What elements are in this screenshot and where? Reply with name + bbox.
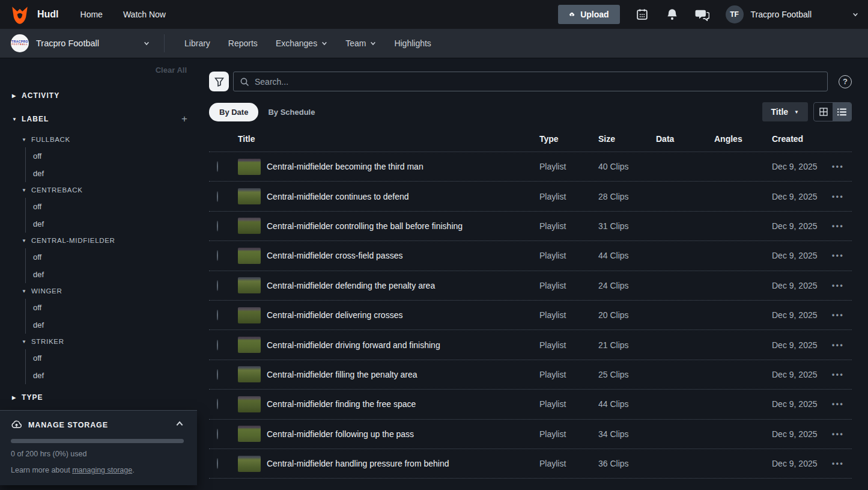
account-avatar[interactable]: TF xyxy=(726,5,744,23)
label-item-def[interactable]: def xyxy=(33,316,200,334)
playlist-thumbnail[interactable] xyxy=(238,277,261,293)
sidebar-section-label[interactable]: ▼ LABEL + xyxy=(0,106,200,132)
row-checkbox[interactable] xyxy=(217,399,218,409)
upload-button[interactable]: Upload xyxy=(558,5,619,24)
help-button[interactable]: ? xyxy=(839,75,852,88)
row-checkbox[interactable] xyxy=(217,191,218,202)
grid-view-button[interactable] xyxy=(814,103,833,121)
row-actions-menu-button[interactable]: ••• xyxy=(832,251,852,260)
playlist-title[interactable]: Central-midfielder driving forward and f… xyxy=(267,340,539,350)
row-checkbox[interactable] xyxy=(217,429,218,439)
playlist-title[interactable]: Central-midfielder cross-field passes xyxy=(267,251,539,260)
label-group-header[interactable]: ▼ CENTRAL-MIDFIELDER xyxy=(22,233,200,248)
row-actions-menu-button[interactable]: ••• xyxy=(832,162,852,171)
row-checkbox[interactable] xyxy=(217,340,218,351)
nav-home[interactable]: Home xyxy=(80,10,103,19)
label-group-header[interactable]: ▼ STRIKER xyxy=(22,334,200,349)
row-actions-menu-button[interactable]: ••• xyxy=(832,400,852,408)
nav-exchanges-label: Exchanges xyxy=(276,38,317,48)
label-item-def[interactable]: def xyxy=(33,215,200,233)
label-item-off[interactable]: off xyxy=(33,147,200,165)
playlist-thumbnail[interactable] xyxy=(238,366,261,382)
nav-reports[interactable]: Reports xyxy=(228,38,258,48)
funnel-icon xyxy=(214,77,224,87)
row-checkbox[interactable] xyxy=(217,310,218,320)
collapse-chevron-up-icon[interactable] xyxy=(175,420,184,430)
row-checkbox[interactable] xyxy=(217,161,218,172)
column-header-size[interactable]: Size xyxy=(598,134,656,144)
nav-highlights[interactable]: Highlights xyxy=(394,38,431,48)
nav-watch-now[interactable]: Watch Now xyxy=(123,10,166,19)
label-group-header[interactable]: ▼ CENTREBACK xyxy=(22,182,200,198)
tab-by-date[interactable]: By Date xyxy=(209,103,258,121)
sidebar-section-activity[interactable]: ▶ ACTIVITY xyxy=(0,85,200,106)
column-header-title[interactable]: Title xyxy=(238,134,539,144)
playlist-thumbnail[interactable] xyxy=(238,456,261,472)
brand-name[interactable]: Hudl xyxy=(37,9,59,20)
team-logo[interactable]: TRACPRO FOOTBALL xyxy=(11,34,29,52)
nav-team[interactable]: Team xyxy=(345,38,376,48)
search-input[interactable] xyxy=(255,77,821,87)
playlist-title[interactable]: Central-midfielder delivering crosses xyxy=(267,310,539,320)
playlist-title[interactable]: Central-midfielder finding the free spac… xyxy=(267,399,539,409)
account-chevron-down-icon[interactable] xyxy=(852,9,858,20)
playlist-title[interactable]: Central-midfielder controlling the ball … xyxy=(267,221,539,231)
playlist-thumbnail[interactable] xyxy=(238,396,261,412)
tab-by-schedule[interactable]: By Schedule xyxy=(268,108,315,117)
row-checkbox[interactable] xyxy=(217,458,218,469)
managing-storage-link[interactable]: managing storage xyxy=(72,466,132,474)
row-checkbox[interactable] xyxy=(217,369,218,380)
hudl-logo-icon[interactable] xyxy=(10,4,30,25)
playlist-thumbnail[interactable] xyxy=(238,159,261,175)
team-chevron-down-icon[interactable] xyxy=(144,38,150,49)
playlist-created: Dec 9, 2025 xyxy=(772,399,832,409)
clear-all-button[interactable]: Clear All xyxy=(156,66,187,75)
playlist-thumbnail[interactable] xyxy=(238,426,261,442)
playlist-thumbnail[interactable] xyxy=(238,307,261,323)
label-item-off[interactable]: off xyxy=(33,349,200,367)
messages-icon[interactable] xyxy=(694,7,710,22)
playlist-thumbnail[interactable] xyxy=(238,248,261,264)
playlist-title[interactable]: Central-midfielder following up the pass xyxy=(267,429,539,439)
label-group-header[interactable]: ▼ FULLBACK xyxy=(22,132,200,147)
column-header-type[interactable]: Type xyxy=(539,134,598,144)
column-header-created[interactable]: Created xyxy=(772,134,832,144)
row-actions-menu-button[interactable]: ••• xyxy=(832,192,852,201)
playlist-thumbnail[interactable] xyxy=(238,218,261,234)
playlist-title[interactable]: Central-midfielder defending the penalty… xyxy=(267,281,539,290)
row-actions-menu-button[interactable]: ••• xyxy=(832,341,852,349)
sort-dropdown-button[interactable]: Title ▼ xyxy=(762,102,808,121)
playlist-title[interactable]: Central-midfielder filling the penalty a… xyxy=(267,370,539,379)
column-header-data[interactable]: Data xyxy=(656,134,714,144)
label-item-off[interactable]: off xyxy=(33,248,200,266)
add-label-button[interactable]: + xyxy=(181,113,188,125)
row-checkbox[interactable] xyxy=(217,280,218,291)
column-header-angles[interactable]: Angles xyxy=(714,134,772,144)
label-item-off[interactable]: off xyxy=(33,198,200,215)
row-actions-menu-button[interactable]: ••• xyxy=(832,370,852,379)
label-item-off[interactable]: off xyxy=(33,299,200,316)
row-actions-menu-button[interactable]: ••• xyxy=(832,281,852,290)
notifications-bell-icon[interactable] xyxy=(664,7,680,22)
label-item-def[interactable]: def xyxy=(33,266,200,283)
row-actions-menu-button[interactable]: ••• xyxy=(832,430,852,438)
list-view-button[interactable] xyxy=(833,103,851,121)
playlist-title[interactable]: Central-midfielder becoming the third ma… xyxy=(267,162,539,171)
row-actions-menu-button[interactable]: ••• xyxy=(832,459,852,468)
playlist-title[interactable]: Central-midfielder handling pressure fro… xyxy=(267,459,539,468)
row-actions-menu-button[interactable]: ••• xyxy=(832,222,852,230)
label-item-def[interactable]: def xyxy=(33,367,200,384)
playlist-thumbnail[interactable] xyxy=(238,337,261,353)
label-item-def[interactable]: def xyxy=(33,165,200,182)
row-checkbox[interactable] xyxy=(217,250,218,261)
playlist-thumbnail[interactable] xyxy=(238,188,261,204)
calendar-icon[interactable] xyxy=(634,7,650,22)
sidebar-section-type[interactable]: ▶ TYPE xyxy=(0,387,200,408)
nav-library[interactable]: Library xyxy=(184,38,210,48)
row-checkbox[interactable] xyxy=(217,221,218,231)
row-actions-menu-button[interactable]: ••• xyxy=(832,311,852,319)
filter-toggle-button[interactable] xyxy=(209,72,229,91)
playlist-title[interactable]: Central-midfielder continues to defend xyxy=(267,192,539,201)
label-group-header[interactable]: ▼ WINGER xyxy=(22,283,200,299)
nav-exchanges[interactable]: Exchanges xyxy=(276,38,327,48)
